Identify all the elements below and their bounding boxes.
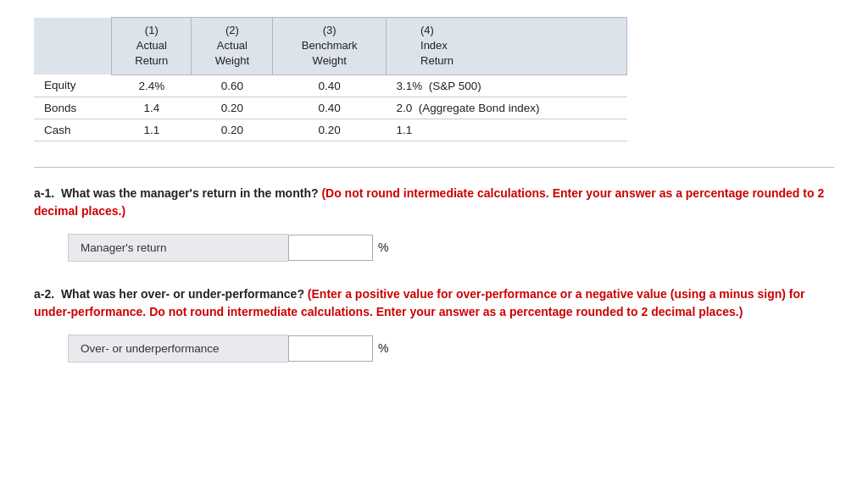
index-return: 1.1 (387, 119, 627, 141)
question-a1-text: a-1. What was the manager's return in th… (34, 185, 834, 220)
actual-weight: 0.20 (192, 119, 273, 141)
header-col1: (1) Actual Return (112, 18, 192, 75)
actual-weight: 0.60 (192, 75, 273, 97)
question-a2-text: a-2. What was her over- or under-perform… (34, 285, 834, 321)
percent-sign-a2: % (378, 341, 388, 355)
manager-return-input[interactable] (288, 235, 373, 261)
header-empty (34, 18, 112, 75)
index-return: 3.1% (S&P 500) (387, 75, 627, 97)
divider (34, 167, 834, 168)
table-row: Equity 2.4% 0.60 0.40 3.1% (S&P 500) (34, 75, 627, 97)
table-row: Cash 1.1 0.20 0.20 1.1 (34, 119, 627, 141)
row-label: Bonds (34, 97, 112, 119)
underperformance-input[interactable] (288, 335, 373, 362)
actual-return: 1.4 (112, 97, 192, 119)
benchmark-weight: 0.20 (273, 119, 387, 141)
manager-return-label: Manager's return (68, 234, 288, 262)
table-row: Bonds 1.4 0.20 0.40 2.0 (Aggregate Bond … (34, 97, 627, 119)
actual-weight: 0.20 (192, 97, 273, 119)
benchmark-weight: 0.40 (273, 75, 387, 97)
actual-return: 2.4% (112, 75, 192, 97)
percent-sign-a1: % (378, 241, 388, 254)
row-label: Equity (34, 75, 112, 97)
row-label: Cash (34, 119, 112, 141)
question-a1-normal: What was the manager's return in the mon… (61, 186, 321, 200)
header-col4: (4) Index Return (387, 18, 627, 75)
header-col2: (2) Actual Weight (192, 18, 273, 75)
underperformance-label: Over- or underperformance (68, 335, 288, 362)
manager-return-row: Manager's return % (68, 234, 834, 262)
question-a1-label: a-1. (34, 186, 54, 200)
question-a2-label: a-2. (34, 287, 54, 301)
benchmark-weight: 0.40 (273, 97, 387, 119)
question-a2-normal: What was her over- or under-performance? (61, 287, 308, 301)
question-a1-section: a-1. What was the manager's return in th… (34, 185, 834, 262)
question-a2-section: a-2. What was her over- or under-perform… (34, 285, 834, 362)
actual-return: 1.1 (112, 119, 192, 141)
underperformance-row: Over- or underperformance % (68, 335, 834, 362)
header-col3: (3) Benchmark Weight (273, 18, 387, 75)
index-return: 2.0 (Aggregate Bond index) (387, 97, 627, 119)
data-table: (1) Actual Return (2) Actual Weight (3) … (34, 17, 834, 141)
